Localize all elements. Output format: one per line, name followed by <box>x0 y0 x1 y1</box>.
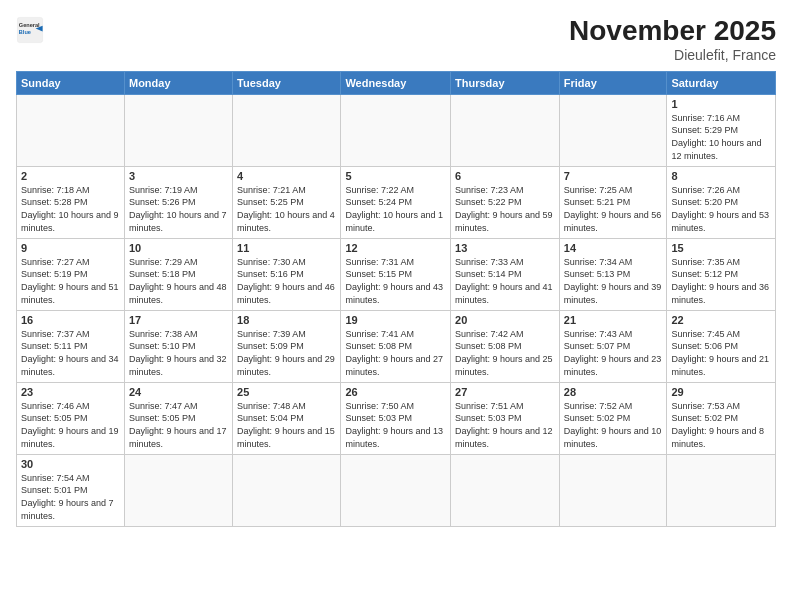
day-number: 1 <box>671 98 771 110</box>
day-cell: 27Sunrise: 7:51 AM Sunset: 5:03 PM Dayli… <box>451 382 560 454</box>
week-row-4: 16Sunrise: 7:37 AM Sunset: 5:11 PM Dayli… <box>17 310 776 382</box>
day-cell: 29Sunrise: 7:53 AM Sunset: 5:02 PM Dayli… <box>667 382 776 454</box>
svg-text:General: General <box>19 22 40 28</box>
day-cell: 2Sunrise: 7:18 AM Sunset: 5:28 PM Daylig… <box>17 166 125 238</box>
day-cell: 1Sunrise: 7:16 AM Sunset: 5:29 PM Daylig… <box>667 94 776 166</box>
day-cell: 23Sunrise: 7:46 AM Sunset: 5:05 PM Dayli… <box>17 382 125 454</box>
day-info: Sunrise: 7:18 AM Sunset: 5:28 PM Dayligh… <box>21 184 120 234</box>
day-cell: 25Sunrise: 7:48 AM Sunset: 5:04 PM Dayli… <box>233 382 341 454</box>
day-info: Sunrise: 7:48 AM Sunset: 5:04 PM Dayligh… <box>237 400 336 450</box>
day-info: Sunrise: 7:39 AM Sunset: 5:09 PM Dayligh… <box>237 328 336 378</box>
day-cell <box>559 454 667 526</box>
day-cell <box>233 94 341 166</box>
day-info: Sunrise: 7:43 AM Sunset: 5:07 PM Dayligh… <box>564 328 663 378</box>
day-cell: 3Sunrise: 7:19 AM Sunset: 5:26 PM Daylig… <box>124 166 232 238</box>
day-info: Sunrise: 7:34 AM Sunset: 5:13 PM Dayligh… <box>564 256 663 306</box>
day-cell <box>341 454 451 526</box>
day-info: Sunrise: 7:23 AM Sunset: 5:22 PM Dayligh… <box>455 184 555 234</box>
day-info: Sunrise: 7:26 AM Sunset: 5:20 PM Dayligh… <box>671 184 771 234</box>
day-cell: 11Sunrise: 7:30 AM Sunset: 5:16 PM Dayli… <box>233 238 341 310</box>
day-info: Sunrise: 7:25 AM Sunset: 5:21 PM Dayligh… <box>564 184 663 234</box>
day-cell: 26Sunrise: 7:50 AM Sunset: 5:03 PM Dayli… <box>341 382 451 454</box>
day-info: Sunrise: 7:42 AM Sunset: 5:08 PM Dayligh… <box>455 328 555 378</box>
day-info: Sunrise: 7:30 AM Sunset: 5:16 PM Dayligh… <box>237 256 336 306</box>
day-cell: 4Sunrise: 7:21 AM Sunset: 5:25 PM Daylig… <box>233 166 341 238</box>
day-info: Sunrise: 7:52 AM Sunset: 5:02 PM Dayligh… <box>564 400 663 450</box>
logo-icon: General Blue <box>16 16 44 44</box>
day-cell: 24Sunrise: 7:47 AM Sunset: 5:05 PM Dayli… <box>124 382 232 454</box>
day-info: Sunrise: 7:33 AM Sunset: 5:14 PM Dayligh… <box>455 256 555 306</box>
day-number: 25 <box>237 386 336 398</box>
day-info: Sunrise: 7:29 AM Sunset: 5:18 PM Dayligh… <box>129 256 228 306</box>
day-number: 12 <box>345 242 446 254</box>
week-row-2: 2Sunrise: 7:18 AM Sunset: 5:28 PM Daylig… <box>17 166 776 238</box>
day-cell: 8Sunrise: 7:26 AM Sunset: 5:20 PM Daylig… <box>667 166 776 238</box>
day-number: 19 <box>345 314 446 326</box>
calendar-table: Sunday Monday Tuesday Wednesday Thursday… <box>16 71 776 527</box>
col-monday: Monday <box>124 71 232 94</box>
day-number: 8 <box>671 170 771 182</box>
day-cell: 20Sunrise: 7:42 AM Sunset: 5:08 PM Dayli… <box>451 310 560 382</box>
svg-text:Blue: Blue <box>19 29 31 35</box>
day-cell <box>559 94 667 166</box>
day-cell <box>124 94 232 166</box>
col-tuesday: Tuesday <box>233 71 341 94</box>
day-number: 23 <box>21 386 120 398</box>
day-info: Sunrise: 7:46 AM Sunset: 5:05 PM Dayligh… <box>21 400 120 450</box>
col-wednesday: Wednesday <box>341 71 451 94</box>
day-info: Sunrise: 7:54 AM Sunset: 5:01 PM Dayligh… <box>21 472 120 522</box>
day-cell: 22Sunrise: 7:45 AM Sunset: 5:06 PM Dayli… <box>667 310 776 382</box>
day-cell <box>451 94 560 166</box>
col-thursday: Thursday <box>451 71 560 94</box>
calendar-header-row: Sunday Monday Tuesday Wednesday Thursday… <box>17 71 776 94</box>
day-cell: 7Sunrise: 7:25 AM Sunset: 5:21 PM Daylig… <box>559 166 667 238</box>
day-cell: 28Sunrise: 7:52 AM Sunset: 5:02 PM Dayli… <box>559 382 667 454</box>
day-number: 14 <box>564 242 663 254</box>
day-cell: 5Sunrise: 7:22 AM Sunset: 5:24 PM Daylig… <box>341 166 451 238</box>
col-friday: Friday <box>559 71 667 94</box>
day-number: 26 <box>345 386 446 398</box>
col-sunday: Sunday <box>17 71 125 94</box>
day-number: 29 <box>671 386 771 398</box>
day-number: 10 <box>129 242 228 254</box>
title-block: November 2025 Dieulefit, France <box>569 16 776 63</box>
day-cell: 9Sunrise: 7:27 AM Sunset: 5:19 PM Daylig… <box>17 238 125 310</box>
day-info: Sunrise: 7:50 AM Sunset: 5:03 PM Dayligh… <box>345 400 446 450</box>
week-row-5: 23Sunrise: 7:46 AM Sunset: 5:05 PM Dayli… <box>17 382 776 454</box>
logo: General Blue General Blue <box>16 16 44 44</box>
day-info: Sunrise: 7:19 AM Sunset: 5:26 PM Dayligh… <box>129 184 228 234</box>
day-cell <box>341 94 451 166</box>
day-cell: 12Sunrise: 7:31 AM Sunset: 5:15 PM Dayli… <box>341 238 451 310</box>
day-info: Sunrise: 7:27 AM Sunset: 5:19 PM Dayligh… <box>21 256 120 306</box>
day-cell: 14Sunrise: 7:34 AM Sunset: 5:13 PM Dayli… <box>559 238 667 310</box>
day-number: 16 <box>21 314 120 326</box>
day-info: Sunrise: 7:21 AM Sunset: 5:25 PM Dayligh… <box>237 184 336 234</box>
day-number: 9 <box>21 242 120 254</box>
month-title: November 2025 <box>569 16 776 47</box>
day-number: 22 <box>671 314 771 326</box>
day-cell <box>233 454 341 526</box>
day-cell: 19Sunrise: 7:41 AM Sunset: 5:08 PM Dayli… <box>341 310 451 382</box>
day-cell: 16Sunrise: 7:37 AM Sunset: 5:11 PM Dayli… <box>17 310 125 382</box>
week-row-1: 1Sunrise: 7:16 AM Sunset: 5:29 PM Daylig… <box>17 94 776 166</box>
day-number: 3 <box>129 170 228 182</box>
col-saturday: Saturday <box>667 71 776 94</box>
day-number: 18 <box>237 314 336 326</box>
day-number: 6 <box>455 170 555 182</box>
day-number: 13 <box>455 242 555 254</box>
day-cell <box>451 454 560 526</box>
week-row-6: 30Sunrise: 7:54 AM Sunset: 5:01 PM Dayli… <box>17 454 776 526</box>
day-number: 7 <box>564 170 663 182</box>
day-info: Sunrise: 7:53 AM Sunset: 5:02 PM Dayligh… <box>671 400 771 450</box>
day-cell: 30Sunrise: 7:54 AM Sunset: 5:01 PM Dayli… <box>17 454 125 526</box>
day-info: Sunrise: 7:51 AM Sunset: 5:03 PM Dayligh… <box>455 400 555 450</box>
day-cell: 13Sunrise: 7:33 AM Sunset: 5:14 PM Dayli… <box>451 238 560 310</box>
day-number: 28 <box>564 386 663 398</box>
day-number: 11 <box>237 242 336 254</box>
page-header: General Blue General Blue November 2025 … <box>16 16 776 63</box>
day-cell <box>124 454 232 526</box>
day-info: Sunrise: 7:47 AM Sunset: 5:05 PM Dayligh… <box>129 400 228 450</box>
day-number: 21 <box>564 314 663 326</box>
day-info: Sunrise: 7:38 AM Sunset: 5:10 PM Dayligh… <box>129 328 228 378</box>
day-number: 2 <box>21 170 120 182</box>
